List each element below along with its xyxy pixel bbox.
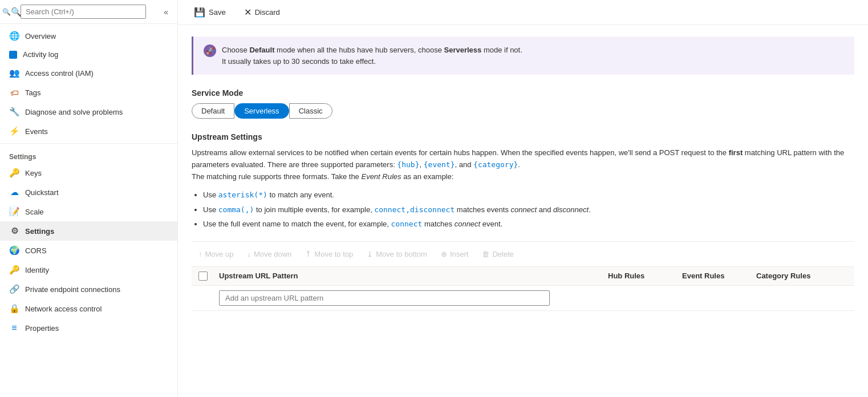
overview-icon: 🌐	[9, 31, 19, 41]
move-down-button[interactable]: ↓ Move down	[240, 246, 298, 262]
sidebar-item-cors[interactable]: 🌍 CORS	[0, 241, 177, 260]
settings-label: Settings	[25, 227, 54, 236]
iam-label: Access control (IAM)	[25, 69, 94, 78]
sidebar-item-tags[interactable]: 🏷 Tags	[0, 83, 177, 102]
upstream-description: Upstreams allow external services to be …	[192, 147, 854, 183]
header-event-rules: Event Rules	[682, 272, 756, 280]
url-input-col	[219, 290, 847, 306]
sidebar-item-settings[interactable]: ⚙ Settings	[0, 221, 177, 241]
header-checkbox[interactable]	[198, 272, 208, 281]
discard-label: Discard	[255, 8, 280, 17]
move-to-top-label: Move to top	[314, 250, 353, 258]
bullet-item-3: Use the full event name to match the eve…	[203, 218, 854, 230]
save-icon: 💾	[194, 7, 205, 18]
diagnose-label: Diagnose and solve problems	[25, 108, 123, 116]
header-checkbox-col	[198, 272, 219, 281]
table-header: Upstream URL Pattern Hub Rules Event Rul…	[192, 267, 854, 286]
insert-icon: ⊕	[441, 250, 447, 258]
content-area: 🚀 Choose Default mode when all the hubs …	[178, 25, 868, 397]
discard-button[interactable]: ✕ Discard	[240, 5, 285, 20]
main-content: 💾 Save ✕ Discard 🚀 Choose Default mode w…	[178, 0, 868, 397]
properties-icon: ≡	[9, 323, 19, 333]
scale-icon: 📝	[9, 206, 19, 217]
properties-label: Properties	[25, 324, 59, 333]
insert-button[interactable]: ⊕ Insert	[434, 246, 476, 262]
move-up-icon: ↑	[198, 250, 202, 258]
sidebar-item-overview[interactable]: 🌐 Overview	[0, 26, 177, 46]
private-endpoint-label: Private endpoint connections	[25, 285, 120, 294]
sidebar-item-events[interactable]: ⚡ Events	[0, 121, 177, 141]
move-down-label: Move down	[254, 250, 291, 258]
move-to-top-button[interactable]: ⤒ Move to top	[298, 246, 360, 262]
action-bar: ↑ Move up ↓ Move down ⤒ Move to top ⤓ Mo…	[192, 241, 854, 267]
header-url-pattern: Upstream URL Pattern	[219, 272, 608, 280]
move-to-bottom-button[interactable]: ⤓ Move to bottom	[360, 246, 434, 262]
tags-icon: 🏷	[9, 87, 19, 98]
private-endpoint-icon: 🔗	[9, 284, 19, 294]
search-icon: 🔍	[7, 7, 17, 17]
move-to-top-icon: ⤒	[305, 250, 311, 258]
sidebar: 🔍 « 🌐 Overview Activity log 👥 Access con…	[0, 0, 178, 397]
network-access-icon: 🔒	[9, 303, 19, 314]
collapse-button[interactable]: «	[161, 5, 171, 19]
save-label: Save	[209, 8, 226, 17]
info-banner: 🚀 Choose Default mode when all the hubs …	[192, 37, 854, 75]
mode-default-button[interactable]: Default	[192, 103, 234, 119]
sidebar-item-keys[interactable]: 🔑 Keys	[0, 163, 177, 183]
scale-label: Scale	[25, 208, 44, 216]
move-up-label: Move up	[205, 250, 234, 258]
bullet-item-2: Use comma(,) to join multiple events, fo…	[203, 204, 854, 216]
sidebar-item-iam[interactable]: 👥 Access control (IAM)	[0, 63, 177, 83]
bullet-list: Use asterisk(*) to match any event. Use …	[203, 189, 854, 230]
sidebar-item-private-endpoint[interactable]: 🔗 Private endpoint connections	[0, 279, 177, 299]
quickstart-label: Quickstart	[25, 188, 59, 197]
events-label: Events	[25, 127, 48, 136]
service-mode-title: Service Mode	[192, 88, 854, 98]
mode-selector: Default Serverless Classic	[192, 103, 854, 119]
mode-classic-button[interactable]: Classic	[289, 103, 332, 119]
settings-icon: ⚙	[9, 226, 19, 236]
mode-serverless-button[interactable]: Serverless	[234, 103, 289, 119]
sidebar-item-quickstart[interactable]: ☁ Quickstart	[0, 183, 177, 202]
header-hub-rules: Hub Rules	[608, 272, 682, 280]
move-to-bottom-label: Move to bottom	[376, 250, 427, 258]
move-down-icon: ↓	[247, 250, 251, 258]
header-category-rules: Category Rules	[756, 272, 847, 280]
cors-label: CORS	[25, 246, 47, 255]
save-button[interactable]: 💾 Save	[189, 5, 230, 20]
activity-log-icon	[9, 51, 17, 59]
overview-label: Overview	[25, 32, 56, 40]
move-to-bottom-icon: ⤓	[367, 250, 373, 258]
search-input[interactable]	[21, 5, 146, 19]
move-up-button[interactable]: ↑ Move up	[192, 246, 240, 262]
sidebar-item-diagnose[interactable]: 🔧 Diagnose and solve problems	[0, 102, 177, 121]
diagnose-icon: 🔧	[9, 107, 19, 117]
cors-icon: 🌍	[9, 245, 19, 256]
sidebar-nav: 🌐 Overview Activity log 👥 Access control…	[0, 24, 177, 340]
table-row-add	[192, 286, 854, 311]
code-asterisk: asterisk(*)	[218, 191, 267, 199]
link-connect[interactable]: connect	[391, 220, 423, 228]
sidebar-item-scale[interactable]: 📝 Scale	[0, 202, 177, 221]
keys-icon: 🔑	[9, 168, 19, 178]
link-connect-disconnect[interactable]: connect,disconnect	[374, 205, 455, 214]
identity-label: Identity	[25, 266, 49, 274]
url-pattern-input[interactable]	[219, 290, 550, 306]
insert-label: Insert	[450, 250, 469, 258]
upstream-table: Upstream URL Pattern Hub Rules Event Rul…	[192, 267, 854, 311]
sidebar-item-identity[interactable]: 🔑 Identity	[0, 260, 177, 279]
identity-icon: 🔑	[9, 265, 19, 275]
quickstart-icon: ☁	[9, 187, 19, 197]
sidebar-item-activity-log[interactable]: Activity log	[0, 46, 177, 63]
keys-label: Keys	[25, 169, 42, 177]
sidebar-item-network-access[interactable]: 🔒 Network access control	[0, 299, 177, 318]
delete-label: Delete	[492, 250, 514, 258]
activity-log-label: Activity log	[23, 50, 58, 59]
rocket-icon: 🚀	[204, 44, 216, 57]
events-icon: ⚡	[9, 126, 19, 136]
tags-label: Tags	[25, 88, 40, 97]
code-comma: comma(,)	[218, 205, 254, 214]
search-bar: 🔍 «	[0, 0, 177, 24]
delete-button[interactable]: 🗑 Delete	[475, 246, 521, 262]
sidebar-item-properties[interactable]: ≡ Properties	[0, 318, 177, 338]
